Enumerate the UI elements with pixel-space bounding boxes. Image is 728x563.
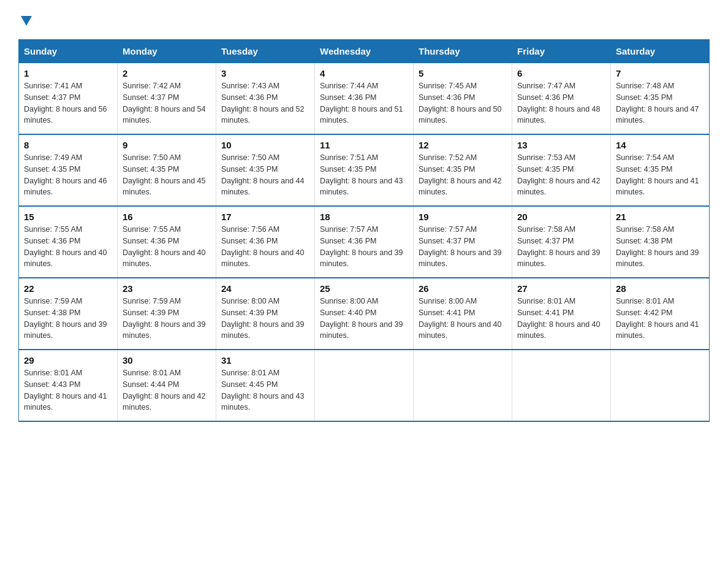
calendar-cell: 14 Sunrise: 7:54 AMSunset: 4:35 PMDaylig… bbox=[611, 134, 710, 206]
day-number: 6 bbox=[517, 68, 605, 79]
calendar-cell: 30 Sunrise: 8:01 AMSunset: 4:44 PMDaylig… bbox=[118, 350, 216, 421]
day-info: Sunrise: 7:43 AMSunset: 4:36 PMDaylight:… bbox=[221, 82, 305, 124]
day-number: 25 bbox=[320, 283, 408, 294]
logo bbox=[18, 12, 33, 27]
calendar-cell: 21 Sunrise: 7:58 AMSunset: 4:38 PMDaylig… bbox=[611, 206, 710, 278]
day-info: Sunrise: 7:50 AMSunset: 4:35 PMDaylight:… bbox=[221, 153, 305, 196]
calendar-cell: 22 Sunrise: 7:59 AMSunset: 4:38 PMDaylig… bbox=[19, 278, 118, 350]
day-info: Sunrise: 8:01 AMSunset: 4:41 PMDaylight:… bbox=[517, 297, 601, 340]
day-info: Sunrise: 8:00 AMSunset: 4:39 PMDaylight:… bbox=[221, 297, 305, 340]
day-number: 20 bbox=[517, 212, 605, 222]
day-number: 31 bbox=[221, 355, 309, 366]
day-info: Sunrise: 8:01 AMSunset: 4:45 PMDaylight:… bbox=[221, 369, 305, 412]
day-number: 9 bbox=[123, 140, 211, 150]
calendar-cell bbox=[512, 350, 611, 421]
day-number: 3 bbox=[221, 68, 309, 79]
day-info: Sunrise: 7:50 AMSunset: 4:35 PMDaylight:… bbox=[123, 153, 206, 196]
calendar-cell: 6 Sunrise: 7:47 AMSunset: 4:36 PMDayligh… bbox=[512, 63, 611, 135]
header-day-monday: Monday bbox=[118, 40, 216, 63]
day-number: 23 bbox=[123, 283, 211, 294]
day-number: 16 bbox=[123, 212, 211, 222]
day-info: Sunrise: 7:59 AMSunset: 4:38 PMDaylight:… bbox=[24, 297, 107, 340]
day-number: 21 bbox=[616, 212, 704, 222]
day-info: Sunrise: 7:54 AMSunset: 4:35 PMDaylight:… bbox=[616, 153, 699, 196]
week-row-3: 15 Sunrise: 7:55 AMSunset: 4:36 PMDaylig… bbox=[19, 206, 710, 278]
calendar-cell: 1 Sunrise: 7:41 AMSunset: 4:37 PMDayligh… bbox=[19, 63, 118, 135]
day-info: Sunrise: 7:51 AMSunset: 4:35 PMDaylight:… bbox=[320, 153, 403, 196]
calendar-cell: 11 Sunrise: 7:51 AMSunset: 4:35 PMDaylig… bbox=[315, 134, 414, 206]
day-number: 17 bbox=[221, 212, 309, 222]
day-info: Sunrise: 7:44 AMSunset: 4:36 PMDaylight:… bbox=[320, 82, 403, 124]
day-number: 28 bbox=[616, 283, 704, 294]
day-info: Sunrise: 8:01 AMSunset: 4:42 PMDaylight:… bbox=[616, 297, 699, 340]
day-number: 19 bbox=[419, 212, 507, 222]
calendar-cell: 10 Sunrise: 7:50 AMSunset: 4:35 PMDaylig… bbox=[216, 134, 315, 206]
calendar-cell: 18 Sunrise: 7:57 AMSunset: 4:36 PMDaylig… bbox=[315, 206, 414, 278]
page-header bbox=[18, 12, 710, 27]
day-info: Sunrise: 7:53 AMSunset: 4:35 PMDaylight:… bbox=[517, 153, 601, 196]
day-number: 14 bbox=[616, 140, 704, 150]
day-info: Sunrise: 7:55 AMSunset: 4:36 PMDaylight:… bbox=[24, 225, 107, 268]
day-info: Sunrise: 7:42 AMSunset: 4:37 PMDaylight:… bbox=[123, 82, 206, 124]
day-info: Sunrise: 8:01 AMSunset: 4:44 PMDaylight:… bbox=[123, 369, 206, 412]
day-number: 15 bbox=[24, 212, 112, 222]
calendar-cell: 3 Sunrise: 7:43 AMSunset: 4:36 PMDayligh… bbox=[216, 63, 315, 135]
week-row-5: 29 Sunrise: 8:01 AMSunset: 4:43 PMDaylig… bbox=[19, 350, 710, 421]
calendar-cell: 19 Sunrise: 7:57 AMSunset: 4:37 PMDaylig… bbox=[414, 206, 512, 278]
week-row-2: 8 Sunrise: 7:49 AMSunset: 4:35 PMDayligh… bbox=[19, 134, 710, 206]
calendar-cell: 23 Sunrise: 7:59 AMSunset: 4:39 PMDaylig… bbox=[118, 278, 216, 350]
day-info: Sunrise: 7:57 AMSunset: 4:37 PMDaylight:… bbox=[419, 225, 502, 268]
logo-block bbox=[18, 12, 33, 27]
calendar-cell bbox=[315, 350, 414, 421]
day-info: Sunrise: 8:00 AMSunset: 4:41 PMDaylight:… bbox=[419, 297, 502, 340]
day-number: 29 bbox=[24, 355, 112, 366]
day-number: 1 bbox=[24, 68, 112, 79]
calendar-cell: 12 Sunrise: 7:52 AMSunset: 4:35 PMDaylig… bbox=[414, 134, 512, 206]
calendar-cell bbox=[611, 350, 710, 421]
day-info: Sunrise: 7:56 AMSunset: 4:36 PMDaylight:… bbox=[221, 225, 305, 268]
calendar-header: SundayMondayTuesdayWednesdayThursdayFrid… bbox=[19, 40, 710, 63]
day-number: 2 bbox=[123, 68, 211, 79]
calendar-cell: 28 Sunrise: 8:01 AMSunset: 4:42 PMDaylig… bbox=[611, 278, 710, 350]
day-info: Sunrise: 7:45 AMSunset: 4:36 PMDaylight:… bbox=[419, 82, 502, 124]
calendar-cell: 27 Sunrise: 8:01 AMSunset: 4:41 PMDaylig… bbox=[512, 278, 611, 350]
calendar-cell: 29 Sunrise: 8:01 AMSunset: 4:43 PMDaylig… bbox=[19, 350, 118, 421]
day-info: Sunrise: 7:48 AMSunset: 4:35 PMDaylight:… bbox=[616, 82, 699, 124]
day-number: 10 bbox=[221, 140, 309, 150]
header-day-tuesday: Tuesday bbox=[216, 40, 315, 63]
svg-marker-0 bbox=[21, 16, 32, 26]
day-number: 13 bbox=[517, 140, 605, 150]
day-number: 18 bbox=[320, 212, 408, 222]
calendar-cell: 2 Sunrise: 7:42 AMSunset: 4:37 PMDayligh… bbox=[118, 63, 216, 135]
day-info: Sunrise: 7:57 AMSunset: 4:36 PMDaylight:… bbox=[320, 225, 403, 268]
day-info: Sunrise: 7:58 AMSunset: 4:37 PMDaylight:… bbox=[517, 225, 601, 268]
day-info: Sunrise: 7:55 AMSunset: 4:36 PMDaylight:… bbox=[123, 225, 206, 268]
day-number: 22 bbox=[24, 283, 112, 294]
calendar-cell: 20 Sunrise: 7:58 AMSunset: 4:37 PMDaylig… bbox=[512, 206, 611, 278]
day-number: 8 bbox=[24, 140, 112, 150]
day-number: 4 bbox=[320, 68, 408, 79]
header-day-sunday: Sunday bbox=[19, 40, 118, 63]
logo-triangle-icon bbox=[20, 13, 33, 27]
day-info: Sunrise: 7:41 AMSunset: 4:37 PMDaylight:… bbox=[24, 82, 107, 124]
header-day-wednesday: Wednesday bbox=[315, 40, 414, 63]
day-info: Sunrise: 7:47 AMSunset: 4:36 PMDaylight:… bbox=[517, 82, 601, 124]
calendar-body: 1 Sunrise: 7:41 AMSunset: 4:37 PMDayligh… bbox=[19, 63, 710, 422]
calendar-cell: 24 Sunrise: 8:00 AMSunset: 4:39 PMDaylig… bbox=[216, 278, 315, 350]
calendar-cell: 8 Sunrise: 7:49 AMSunset: 4:35 PMDayligh… bbox=[19, 134, 118, 206]
calendar-cell: 7 Sunrise: 7:48 AMSunset: 4:35 PMDayligh… bbox=[611, 63, 710, 135]
day-number: 30 bbox=[123, 355, 211, 366]
day-info: Sunrise: 7:59 AMSunset: 4:39 PMDaylight:… bbox=[123, 297, 206, 340]
calendar-cell bbox=[414, 350, 512, 421]
day-number: 11 bbox=[320, 140, 408, 150]
day-number: 7 bbox=[616, 68, 704, 79]
calendar-cell: 31 Sunrise: 8:01 AMSunset: 4:45 PMDaylig… bbox=[216, 350, 315, 421]
calendar-cell: 15 Sunrise: 7:55 AMSunset: 4:36 PMDaylig… bbox=[19, 206, 118, 278]
week-row-1: 1 Sunrise: 7:41 AMSunset: 4:37 PMDayligh… bbox=[19, 63, 710, 135]
calendar-cell: 25 Sunrise: 8:00 AMSunset: 4:40 PMDaylig… bbox=[315, 278, 414, 350]
day-number: 24 bbox=[221, 283, 309, 294]
header-day-thursday: Thursday bbox=[414, 40, 512, 63]
calendar-cell: 17 Sunrise: 7:56 AMSunset: 4:36 PMDaylig… bbox=[216, 206, 315, 278]
calendar-cell: 16 Sunrise: 7:55 AMSunset: 4:36 PMDaylig… bbox=[118, 206, 216, 278]
header-row: SundayMondayTuesdayWednesdayThursdayFrid… bbox=[19, 40, 710, 63]
